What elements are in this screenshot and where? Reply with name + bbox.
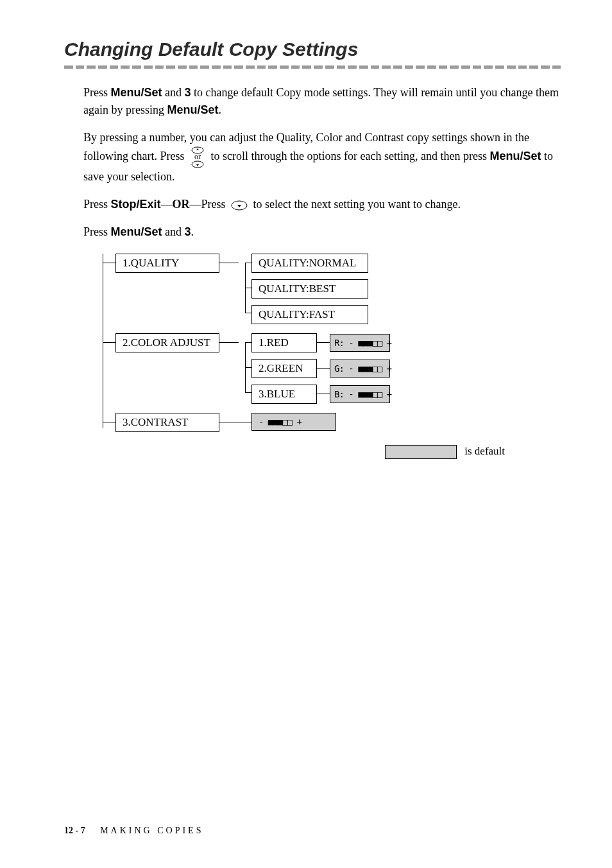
tree-green-value: G: - ■■■□□ + (330, 360, 390, 378)
tree-contrast-value: - ■■■□□ + (251, 413, 336, 431)
tree-green: 2.GREEN (251, 359, 317, 378)
tree-red: 1.RED (251, 333, 317, 352)
scroll-up-down-icon: or (190, 146, 205, 168)
tree-blue-value: B: - ■■■□□ + (330, 385, 390, 403)
tree-quality-normal: QUALITY:NORMAL (251, 254, 368, 273)
tree-contrast: 3.CONTRAST (115, 413, 219, 432)
stop-exit-label: Stop/Exit (111, 198, 161, 211)
down-arrow-icon (231, 200, 248, 211)
section-heading: Changing Default Copy Settings (64, 39, 561, 60)
menu-set-label-4: Menu/Set (111, 225, 162, 238)
paragraph-2: By pressing a number, you can adjust the… (83, 129, 561, 186)
svg-text:or: or (194, 152, 201, 161)
tree-quality: 1.QUALITY (115, 254, 219, 273)
tree-blue: 3.BLUE (251, 385, 317, 404)
tree-color-adjust: 2.COLOR ADJUST (115, 333, 219, 352)
menu-set-label-2: Menu/Set (167, 103, 218, 116)
paragraph-3: Press Stop/Exit—OR—Press to select the n… (83, 196, 561, 213)
heading-rule (64, 65, 561, 69)
footer-chapter-title: MAKING COPIES (100, 826, 203, 835)
tree-red-value: R: - ■■■□□ + (330, 334, 390, 352)
default-swatch (385, 445, 457, 459)
default-legend: is default (385, 445, 561, 459)
tree-quality-fast: QUALITY:FAST (251, 305, 368, 324)
menu-set-label: Menu/Set (111, 86, 162, 99)
tree-quality-best: QUALITY:BEST (251, 279, 368, 299)
footer-page-number: 12 - 7 (64, 826, 85, 835)
paragraph-1: Press Menu/Set and 3 to change default C… (83, 84, 561, 119)
key-3-label: 3 (185, 86, 191, 99)
key-3-label-2: 3 (185, 225, 191, 238)
paragraph-4: Press Menu/Set and 3. (83, 223, 561, 241)
menu-set-label-3: Menu/Set (489, 150, 541, 162)
menu-tree: 1.QUALITY QUALITY:NORMAL QUALITY:BEST QU… (103, 254, 561, 432)
page-footer: 12 - 7 MAKING COPIES (64, 826, 203, 836)
